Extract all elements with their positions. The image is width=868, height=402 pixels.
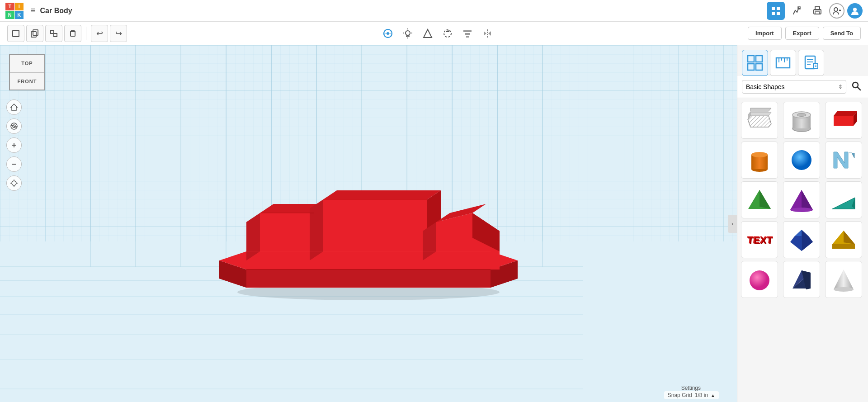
svg-marker-70: [323, 190, 441, 199]
panel-tab-grid[interactable]: [742, 50, 768, 76]
logo[interactable]: T I N K: [5, 3, 24, 19]
svg-rect-0: [772, 7, 775, 10]
svg-marker-110: [750, 112, 771, 116]
panel-header: [737, 45, 868, 76]
copy-button[interactable]: [26, 25, 43, 42]
shape-cone-purple[interactable]: [783, 181, 820, 218]
light-button[interactable]: [400, 25, 416, 42]
document-icon[interactable]: ≡: [31, 6, 36, 15]
svg-marker-33: [484, 31, 486, 36]
import-button[interactable]: Import: [748, 27, 781, 40]
snap-up-button[interactable]: ▲: [711, 393, 715, 398]
export-button[interactable]: Export: [785, 27, 819, 40]
orbit-tool-button[interactable]: [6, 118, 22, 134]
shape-pyramid-yellow[interactable]: [825, 221, 862, 258]
svg-rect-89: [756, 56, 762, 62]
shape-sphere[interactable]: [783, 142, 820, 179]
shape-box-hole[interactable]: [741, 102, 778, 139]
shapes-grid: TEXT TEXT TEXT: [737, 98, 868, 402]
svg-marker-123: [760, 190, 771, 209]
svg-point-114: [797, 114, 806, 117]
mirror-button[interactable]: [479, 25, 495, 42]
3d-model[interactable]: [210, 159, 527, 294]
build-button[interactable]: [788, 2, 806, 20]
shape-cylinder-hole[interactable]: [783, 102, 820, 139]
shape-box-solid[interactable]: [825, 102, 862, 139]
home-tool-button[interactable]: [6, 99, 22, 115]
logo-i: I: [15, 3, 24, 11]
duplicate-button[interactable]: [45, 25, 62, 42]
user-avatar[interactable]: [847, 3, 863, 19]
send-to-button[interactable]: Send To: [823, 27, 861, 40]
align-button[interactable]: [459, 25, 476, 42]
separator-1: [86, 27, 86, 40]
svg-marker-107: [748, 116, 771, 127]
svg-rect-30: [465, 33, 470, 35]
rotate-button[interactable]: [439, 25, 456, 42]
shape-tool-button[interactable]: [420, 25, 436, 42]
view-cube-top-label[interactable]: TOP: [21, 61, 33, 66]
grid-view-button[interactable]: [767, 2, 785, 20]
svg-marker-61: [260, 251, 314, 270]
view-cube-front-label[interactable]: FRONT: [18, 79, 37, 84]
print-button[interactable]: [808, 2, 826, 20]
viewport[interactable]: TOP FRONT + − › Set: [0, 45, 737, 402]
svg-point-120: [751, 152, 768, 157]
svg-point-28: [444, 30, 451, 37]
svg-point-145: [834, 287, 854, 292]
svg-marker-67: [323, 199, 427, 251]
search-button[interactable]: [849, 80, 863, 94]
undo-button[interactable]: ↩: [91, 25, 108, 42]
svg-point-140: [750, 270, 769, 290]
svg-rect-21: [384, 33, 392, 34]
shape-prism-blue[interactable]: [783, 261, 820, 298]
svg-point-126: [790, 208, 813, 212]
new-button[interactable]: [7, 25, 24, 42]
svg-rect-92: [776, 58, 790, 68]
center-tools: [380, 25, 495, 42]
top-nav-bar: T I N K ≡ Car Body: [0, 0, 868, 22]
svg-rect-16: [54, 33, 57, 37]
logo-t: T: [5, 3, 14, 11]
svg-point-22: [406, 31, 410, 35]
shape-cone-grey[interactable]: [825, 261, 862, 298]
shape-text-red[interactable]: TEXT TEXT TEXT: [741, 221, 778, 258]
shapes-dropdown[interactable]: Basic Shapes: [742, 80, 846, 94]
zoom-in-button[interactable]: +: [6, 137, 22, 153]
svg-point-121: [792, 150, 811, 170]
redo-button[interactable]: ↪: [110, 25, 127, 42]
snap-grid-value[interactable]: 1/8 in: [695, 392, 708, 398]
svg-rect-13: [31, 32, 36, 37]
panel-collapse-arrow[interactable]: ›: [728, 215, 737, 233]
shape-ball-pink[interactable]: [741, 261, 778, 298]
svg-marker-109: [750, 108, 771, 111]
svg-marker-71: [436, 251, 500, 270]
panel-tab-ruler[interactable]: [770, 50, 796, 76]
panel-tab-notes[interactable]: [798, 50, 824, 76]
svg-marker-115: [834, 116, 854, 126]
shape-cylinder[interactable]: [741, 142, 778, 179]
svg-rect-1: [777, 7, 780, 10]
fit-view-button[interactable]: [6, 175, 22, 191]
svg-point-8: [834, 8, 838, 11]
delete-button[interactable]: [64, 25, 81, 42]
shape-pyramid-green[interactable]: [741, 181, 778, 218]
settings-label[interactable]: Settings: [681, 385, 701, 391]
shape-text3d[interactable]: [825, 142, 862, 179]
svg-rect-139: [832, 244, 855, 249]
left-tools: + −: [6, 99, 22, 191]
snap-grid-label: Snap Grid: [668, 392, 692, 398]
shape-wedge-teal[interactable]: [825, 181, 862, 218]
view-cube-box[interactable]: TOP FRONT: [9, 54, 45, 90]
svg-rect-12: [13, 30, 19, 37]
shape-gem-blue[interactable]: [783, 221, 820, 258]
zoom-out-button[interactable]: −: [6, 156, 22, 172]
view-cube[interactable]: TOP FRONT: [9, 54, 45, 90]
view-toggle-button[interactable]: [380, 25, 396, 42]
svg-marker-144: [834, 270, 854, 289]
main-area: TOP FRONT + − › Set: [0, 45, 868, 402]
document-title[interactable]: Car Body: [40, 7, 72, 15]
svg-rect-91: [756, 64, 762, 70]
add-user-button[interactable]: [829, 3, 844, 19]
toolbar-right-actions: Import Export Send To: [748, 27, 861, 40]
